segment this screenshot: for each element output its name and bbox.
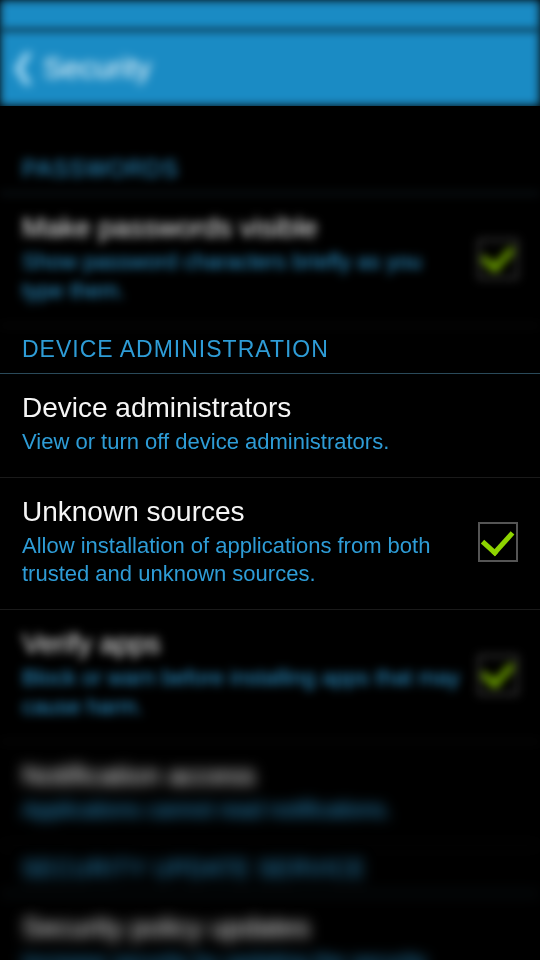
checkbox-verify-apps[interactable] xyxy=(478,655,518,695)
item-text: Make passwords visible Show password cha… xyxy=(22,212,478,305)
item-notification-access[interactable]: Notification access Applications cannot … xyxy=(0,742,540,846)
settings-list: PASSWORDS Make passwords visible Show pa… xyxy=(0,106,540,960)
item-desc: Applications cannot read notifications. xyxy=(22,796,506,825)
item-make-passwords-visible[interactable]: Make passwords visible Show password cha… xyxy=(0,194,540,326)
checkbox-unknown-sources[interactable] xyxy=(478,522,518,562)
item-desc: Allow installation of applications from … xyxy=(22,532,466,589)
item-title: Notification access xyxy=(22,760,506,792)
status-bar xyxy=(0,0,540,30)
item-device-administrators[interactable]: Device administrators View or turn off d… xyxy=(0,374,540,478)
nav-bar[interactable]: ❮ Security xyxy=(0,30,540,106)
item-text: Device administrators View or turn off d… xyxy=(22,392,518,457)
checkbox-make-passwords-visible[interactable] xyxy=(478,239,518,279)
item-text: Verify apps Block or warn before install… xyxy=(22,628,478,721)
back-icon: ❮ xyxy=(10,47,37,85)
item-title: Unknown sources xyxy=(22,496,466,528)
item-unknown-sources[interactable]: Unknown sources Allow installation of ap… xyxy=(0,478,540,610)
section-header-device-admin: DEVICE ADMINISTRATION xyxy=(0,326,540,374)
item-text: Security policy updates Increase securit… xyxy=(22,912,518,960)
nav-title: Security xyxy=(43,51,151,85)
item-desc: View or turn off device administrators. xyxy=(22,428,506,457)
item-text: Notification access Applications cannot … xyxy=(22,760,518,825)
item-title: Verify apps xyxy=(22,628,466,660)
item-text: Unknown sources Allow installation of ap… xyxy=(22,496,478,589)
item-title: Device administrators xyxy=(22,392,506,424)
item-title: Make passwords visible xyxy=(22,212,466,244)
item-verify-apps[interactable]: Verify apps Block or warn before install… xyxy=(0,610,540,742)
item-desc: Show password characters briefly as you … xyxy=(22,248,466,305)
section-header-security-update: SECURITY UPDATE SERVICE xyxy=(0,846,540,894)
item-security-policy-updates[interactable]: Security policy updates Increase securit… xyxy=(0,894,540,960)
item-desc: Block or warn before installing apps tha… xyxy=(22,664,466,721)
item-title: Security policy updates xyxy=(22,912,506,944)
section-header-passwords: PASSWORDS xyxy=(0,146,540,194)
item-desc: Increase security by updating the securi… xyxy=(22,948,506,960)
gap xyxy=(0,106,540,146)
